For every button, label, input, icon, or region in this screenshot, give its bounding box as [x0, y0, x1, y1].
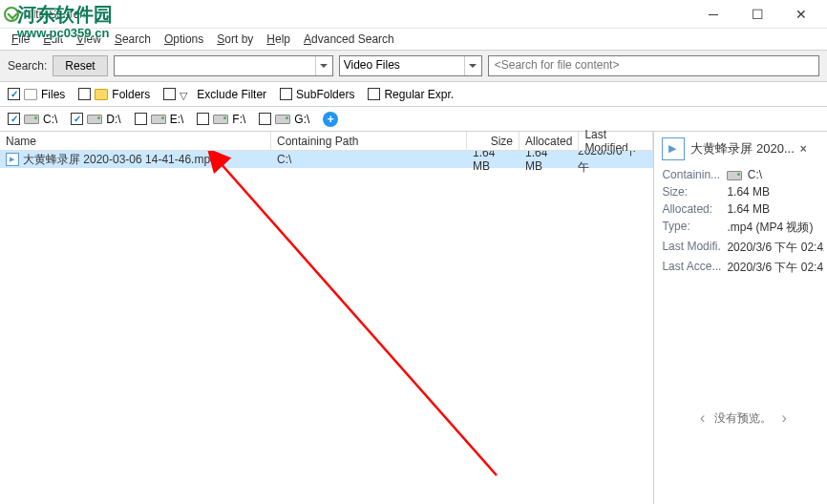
- menu-file[interactable]: File: [6, 31, 35, 48]
- filterbar: Files Folders Exclude Filter SubFolders …: [0, 82, 827, 107]
- video-file-icon: [6, 153, 19, 166]
- column-size[interactable]: Size: [467, 132, 520, 150]
- menubar: File Edit View Search Options Sort by He…: [0, 29, 827, 50]
- folders-checkbox[interactable]: Folders: [78, 88, 150, 101]
- preview-area: ‹ 没有预览。 ›: [662, 410, 824, 427]
- column-name[interactable]: Name: [0, 132, 271, 150]
- menu-edit[interactable]: Edit: [37, 31, 69, 48]
- search-input[interactable]: [114, 55, 333, 76]
- drivebar: C:\ D:\ E:\ F:\ G:\ +: [0, 107, 827, 132]
- results-pane: Name Containing Path Size Allocated Last…: [0, 132, 654, 504]
- details-pane: 大黄蜂录屏 2020... × Containin... C:\ Size:1.…: [654, 132, 827, 504]
- drive-e-checkbox[interactable]: E:\: [135, 113, 184, 126]
- files-checkbox[interactable]: Files: [8, 88, 65, 101]
- chevron-down-icon[interactable]: [315, 56, 332, 75]
- chevron-down-icon[interactable]: [464, 56, 481, 75]
- column-modified[interactable]: Last Modified: [579, 132, 653, 150]
- drive-d-checkbox[interactable]: D:\: [71, 113, 120, 126]
- close-details-button[interactable]: ×: [800, 142, 807, 156]
- maximize-button[interactable]: ☐: [735, 0, 779, 29]
- app-icon: [4, 7, 19, 22]
- searchbar: Search: Reset Video Files <Search for fi…: [0, 50, 827, 82]
- detail-title: 大黄蜂录屏 2020...: [690, 140, 794, 158]
- menu-advanced[interactable]: Advanced Search: [298, 31, 400, 48]
- filetype-select[interactable]: Video Files: [339, 55, 482, 76]
- preview-next-button[interactable]: ›: [775, 410, 792, 427]
- close-button[interactable]: ✕: [779, 0, 823, 29]
- preview-prev-button[interactable]: ‹: [694, 410, 710, 427]
- column-allocated[interactable]: Allocated: [520, 132, 579, 150]
- subfolders-checkbox[interactable]: SubFolders: [280, 88, 354, 101]
- drive-c-checkbox[interactable]: C:\: [8, 113, 57, 126]
- table-row[interactable]: 大黄蜂录屏 2020-03-06 14-41-46.mp4 C:\ 1.64 M…: [0, 151, 653, 168]
- drive-f-checkbox[interactable]: F:\: [197, 113, 245, 126]
- search-label: Search:: [8, 59, 47, 73]
- regex-checkbox[interactable]: Regular Expr.: [368, 88, 454, 101]
- menu-search[interactable]: Search: [109, 31, 157, 48]
- reset-button[interactable]: Reset: [53, 55, 107, 76]
- annotation-arrow: [0, 151, 653, 504]
- drive-g-checkbox[interactable]: G:\: [259, 113, 309, 126]
- menu-sortby[interactable]: Sort by: [211, 31, 259, 48]
- main-area: Name Containing Path Size Allocated Last…: [0, 132, 827, 504]
- app-title: UltraSearch: [25, 8, 85, 21]
- menu-help[interactable]: Help: [261, 31, 296, 48]
- results-body: 大黄蜂录屏 2020-03-06 14-41-46.mp4 C:\ 1.64 M…: [0, 151, 653, 504]
- video-file-icon: [662, 137, 685, 160]
- content-search-input[interactable]: <Search for file content>: [488, 55, 819, 76]
- results-header: Name Containing Path Size Allocated Last…: [0, 132, 653, 151]
- exclude-checkbox[interactable]: Exclude Filter: [163, 88, 266, 101]
- column-path[interactable]: Containing Path: [271, 132, 467, 150]
- add-drive-button[interactable]: +: [323, 112, 338, 127]
- minimize-button[interactable]: ─: [691, 0, 735, 29]
- svg-line-1: [220, 162, 497, 475]
- window-controls: ─ ☐ ✕: [691, 0, 823, 29]
- menu-options[interactable]: Options: [159, 31, 209, 48]
- titlebar: UltraSearch ─ ☐ ✕: [0, 0, 827, 29]
- menu-view[interactable]: View: [71, 31, 107, 48]
